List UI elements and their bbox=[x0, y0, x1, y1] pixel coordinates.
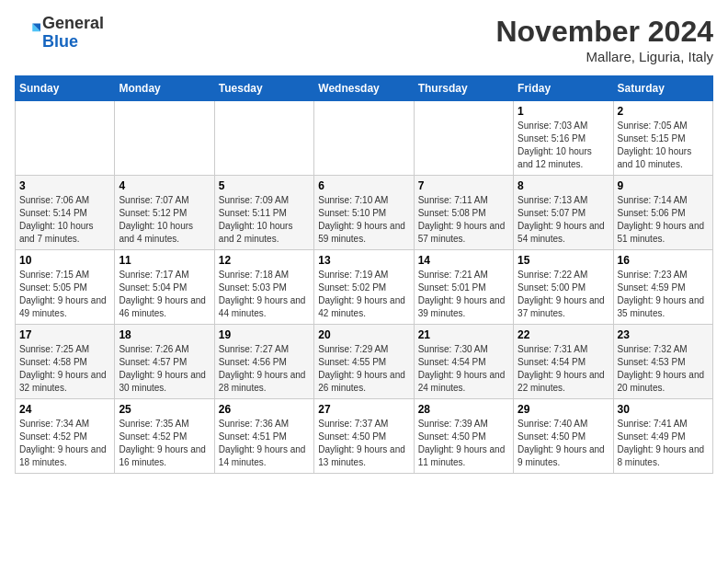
calendar-cell: 7Sunrise: 7:11 AM Sunset: 5:08 PM Daylig… bbox=[414, 176, 513, 250]
page-header: General Blue November 2024 Mallare, Ligu… bbox=[15, 15, 713, 64]
day-info: Sunrise: 7:17 AM Sunset: 5:04 PM Dayligh… bbox=[119, 269, 210, 320]
logo-icon bbox=[15, 20, 40, 46]
day-info: Sunrise: 7:05 AM Sunset: 5:15 PM Dayligh… bbox=[618, 120, 709, 171]
calendar-cell bbox=[16, 101, 115, 176]
logo: General Blue bbox=[15, 15, 104, 52]
day-info: Sunrise: 7:37 AM Sunset: 4:50 PM Dayligh… bbox=[318, 418, 409, 469]
calendar-cell: 30Sunrise: 7:41 AM Sunset: 4:49 PM Dayli… bbox=[613, 399, 712, 474]
day-number: 22 bbox=[518, 328, 609, 341]
day-number: 4 bbox=[119, 179, 210, 192]
day-info: Sunrise: 7:34 AM Sunset: 4:52 PM Dayligh… bbox=[19, 418, 110, 469]
day-info: Sunrise: 7:29 AM Sunset: 4:55 PM Dayligh… bbox=[318, 343, 409, 395]
day-number: 3 bbox=[19, 179, 110, 192]
calendar-cell: 29Sunrise: 7:40 AM Sunset: 4:50 PM Dayli… bbox=[514, 399, 613, 474]
day-info: Sunrise: 7:40 AM Sunset: 4:50 PM Dayligh… bbox=[518, 418, 609, 469]
day-number: 29 bbox=[518, 403, 609, 416]
calendar-cell: 8Sunrise: 7:13 AM Sunset: 5:07 PM Daylig… bbox=[514, 176, 613, 250]
day-info: Sunrise: 7:03 AM Sunset: 5:16 PM Dayligh… bbox=[518, 120, 609, 171]
day-info: Sunrise: 7:31 AM Sunset: 4:54 PM Dayligh… bbox=[518, 343, 609, 395]
calendar-cell bbox=[414, 101, 513, 176]
day-info: Sunrise: 7:25 AM Sunset: 4:58 PM Dayligh… bbox=[19, 343, 110, 395]
day-number: 2 bbox=[618, 105, 709, 118]
calendar-cell: 26Sunrise: 7:36 AM Sunset: 4:51 PM Dayli… bbox=[214, 399, 313, 474]
day-number: 19 bbox=[219, 328, 310, 341]
day-info: Sunrise: 7:18 AM Sunset: 5:03 PM Dayligh… bbox=[219, 269, 310, 320]
day-info: Sunrise: 7:41 AM Sunset: 4:49 PM Dayligh… bbox=[618, 418, 709, 469]
title-area: November 2024 Mallare, Liguria, Italy bbox=[495, 15, 713, 64]
day-number: 11 bbox=[119, 254, 210, 267]
day-number: 20 bbox=[318, 328, 409, 341]
month-title: November 2024 bbox=[495, 15, 713, 49]
calendar-cell bbox=[115, 101, 214, 176]
logo-blue-text: Blue bbox=[42, 32, 78, 51]
calendar-cell: 15Sunrise: 7:22 AM Sunset: 5:00 PM Dayli… bbox=[514, 250, 613, 325]
day-number: 7 bbox=[418, 179, 509, 192]
calendar-week-row: 24Sunrise: 7:34 AM Sunset: 4:52 PM Dayli… bbox=[16, 399, 713, 474]
day-info: Sunrise: 7:23 AM Sunset: 4:59 PM Dayligh… bbox=[618, 269, 709, 320]
calendar-cell bbox=[314, 101, 414, 176]
day-info: Sunrise: 7:21 AM Sunset: 5:01 PM Dayligh… bbox=[418, 269, 509, 320]
day-number: 6 bbox=[318, 179, 409, 192]
day-info: Sunrise: 7:13 AM Sunset: 5:07 PM Dayligh… bbox=[518, 194, 609, 246]
calendar-cell: 24Sunrise: 7:34 AM Sunset: 4:52 PM Dayli… bbox=[16, 399, 115, 474]
day-info: Sunrise: 7:06 AM Sunset: 5:14 PM Dayligh… bbox=[19, 194, 110, 246]
day-number: 14 bbox=[418, 254, 509, 267]
calendar-cell: 14Sunrise: 7:21 AM Sunset: 5:01 PM Dayli… bbox=[414, 250, 513, 325]
calendar-cell: 27Sunrise: 7:37 AM Sunset: 4:50 PM Dayli… bbox=[314, 399, 414, 474]
day-number: 17 bbox=[19, 328, 110, 341]
calendar-week-row: 1Sunrise: 7:03 AM Sunset: 5:16 PM Daylig… bbox=[16, 101, 713, 176]
weekday-header-row: SundayMondayTuesdayWednesdayThursdayFrid… bbox=[16, 76, 713, 101]
calendar-cell: 10Sunrise: 7:15 AM Sunset: 5:05 PM Dayli… bbox=[16, 250, 115, 325]
calendar-cell: 19Sunrise: 7:27 AM Sunset: 4:56 PM Dayli… bbox=[214, 325, 313, 399]
day-number: 9 bbox=[618, 179, 709, 192]
day-number: 25 bbox=[119, 403, 210, 416]
day-number: 1 bbox=[518, 105, 609, 118]
calendar-week-row: 10Sunrise: 7:15 AM Sunset: 5:05 PM Dayli… bbox=[16, 250, 713, 325]
day-info: Sunrise: 7:19 AM Sunset: 5:02 PM Dayligh… bbox=[318, 269, 409, 320]
day-number: 21 bbox=[418, 328, 509, 341]
calendar-cell: 12Sunrise: 7:18 AM Sunset: 5:03 PM Dayli… bbox=[214, 250, 313, 325]
calendar-table: SundayMondayTuesdayWednesdayThursdayFrid… bbox=[15, 75, 713, 474]
calendar-cell: 23Sunrise: 7:32 AM Sunset: 4:53 PM Dayli… bbox=[613, 325, 712, 399]
calendar-cell: 5Sunrise: 7:09 AM Sunset: 5:11 PM Daylig… bbox=[214, 176, 313, 250]
day-number: 5 bbox=[219, 179, 310, 192]
calendar-cell: 4Sunrise: 7:07 AM Sunset: 5:12 PM Daylig… bbox=[115, 176, 214, 250]
day-number: 26 bbox=[219, 403, 310, 416]
day-info: Sunrise: 7:36 AM Sunset: 4:51 PM Dayligh… bbox=[219, 418, 310, 469]
day-number: 30 bbox=[618, 403, 709, 416]
calendar-cell: 1Sunrise: 7:03 AM Sunset: 5:16 PM Daylig… bbox=[514, 101, 613, 176]
day-info: Sunrise: 7:22 AM Sunset: 5:00 PM Dayligh… bbox=[518, 269, 609, 320]
day-number: 13 bbox=[318, 254, 409, 267]
calendar-cell: 28Sunrise: 7:39 AM Sunset: 4:50 PM Dayli… bbox=[414, 399, 513, 474]
calendar-cell: 9Sunrise: 7:14 AM Sunset: 5:06 PM Daylig… bbox=[613, 176, 712, 250]
day-info: Sunrise: 7:09 AM Sunset: 5:11 PM Dayligh… bbox=[219, 194, 310, 246]
calendar-cell: 2Sunrise: 7:05 AM Sunset: 5:15 PM Daylig… bbox=[613, 101, 712, 176]
day-info: Sunrise: 7:14 AM Sunset: 5:06 PM Dayligh… bbox=[618, 194, 709, 246]
weekday-header-sunday: Sunday bbox=[16, 76, 115, 101]
day-info: Sunrise: 7:35 AM Sunset: 4:52 PM Dayligh… bbox=[119, 418, 210, 469]
calendar-cell: 20Sunrise: 7:29 AM Sunset: 4:55 PM Dayli… bbox=[314, 325, 414, 399]
calendar-cell: 18Sunrise: 7:26 AM Sunset: 4:57 PM Dayli… bbox=[115, 325, 214, 399]
calendar-cell bbox=[214, 101, 313, 176]
day-number: 12 bbox=[219, 254, 310, 267]
calendar-cell: 21Sunrise: 7:30 AM Sunset: 4:54 PM Dayli… bbox=[414, 325, 513, 399]
calendar-cell: 6Sunrise: 7:10 AM Sunset: 5:10 PM Daylig… bbox=[314, 176, 414, 250]
weekday-header-wednesday: Wednesday bbox=[314, 76, 414, 101]
location-label: Mallare, Liguria, Italy bbox=[495, 49, 713, 64]
day-info: Sunrise: 7:15 AM Sunset: 5:05 PM Dayligh… bbox=[19, 269, 110, 320]
calendar-week-row: 17Sunrise: 7:25 AM Sunset: 4:58 PM Dayli… bbox=[16, 325, 713, 399]
weekday-header-saturday: Saturday bbox=[613, 76, 712, 101]
weekday-header-friday: Friday bbox=[514, 76, 613, 101]
calendar-cell: 17Sunrise: 7:25 AM Sunset: 4:58 PM Dayli… bbox=[16, 325, 115, 399]
weekday-header-tuesday: Tuesday bbox=[214, 76, 313, 101]
day-info: Sunrise: 7:30 AM Sunset: 4:54 PM Dayligh… bbox=[418, 343, 509, 395]
day-number: 23 bbox=[618, 328, 709, 341]
day-info: Sunrise: 7:27 AM Sunset: 4:56 PM Dayligh… bbox=[219, 343, 310, 395]
day-info: Sunrise: 7:39 AM Sunset: 4:50 PM Dayligh… bbox=[418, 418, 509, 469]
calendar-cell: 25Sunrise: 7:35 AM Sunset: 4:52 PM Dayli… bbox=[115, 399, 214, 474]
day-number: 24 bbox=[19, 403, 110, 416]
day-number: 16 bbox=[618, 254, 709, 267]
day-info: Sunrise: 7:26 AM Sunset: 4:57 PM Dayligh… bbox=[119, 343, 210, 395]
day-number: 8 bbox=[518, 179, 609, 192]
weekday-header-monday: Monday bbox=[115, 76, 214, 101]
